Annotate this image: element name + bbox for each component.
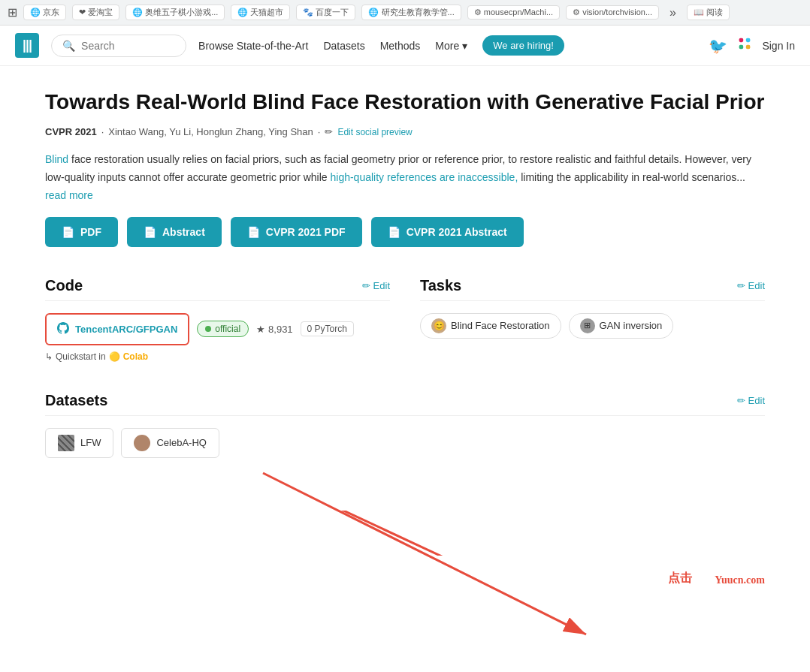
logo[interactable]: ||| (15, 33, 39, 58)
official-dot (205, 326, 211, 332)
abstract-button[interactable]: 📄 Abstract (127, 217, 222, 247)
hiring-button[interactable]: We are hiring! (482, 35, 564, 56)
task-blind-face-restoration-label: Blind Face Restoration (451, 320, 550, 331)
quickstart-arrow: ↳ (45, 351, 53, 362)
edit-pencil-icon: ✏ (362, 280, 370, 291)
abstract-icon: 📄 (144, 226, 156, 238)
github-icon (57, 322, 69, 336)
top-nav: ||| 🔍 Browse State-of-the-Art Datasets M… (0, 26, 810, 66)
datasets-section: Datasets ✏ Edit LFW CelebA-HQ (45, 392, 765, 458)
repo-link[interactable]: TencentARC/GFPGAN (45, 313, 189, 345)
tab-reader[interactable]: 📖 阅读 (687, 5, 730, 20)
svg-rect-2 (739, 45, 744, 50)
read-more-link[interactable]: read more (45, 189, 93, 201)
repo-row: TencentARC/GFPGAN official ★ 8,931 0 PyT… (45, 313, 390, 345)
celebahq-label: CelebA-HQ (156, 437, 206, 448)
logo-icon: ||| (23, 38, 32, 53)
tab-github2[interactable]: ⚙ vision/torchvision... (566, 5, 659, 20)
gan-inversion-icon: ⊞ (580, 318, 595, 333)
nav-browse[interactable]: Browse State-of-the-Art (198, 40, 308, 52)
abstract-highlight-while: high-quality references are inaccessible… (330, 171, 518, 183)
star-icon: ★ (256, 324, 265, 335)
tab-aitaobao[interactable]: ❤ 爱淘宝 (72, 5, 119, 20)
annotation-arrow (0, 511, 810, 556)
lfw-icon (58, 435, 74, 451)
task-badges: 😊 Blind Face Restoration ⊞ GAN inversion (420, 313, 765, 339)
cvpr2021-abstract-button[interactable]: 📄 CVPR 2021 Abstract (371, 217, 524, 247)
nav-links: Browse State-of-the-Art Datasets Methods… (198, 35, 697, 56)
svg-rect-3 (746, 45, 751, 50)
datasets-section-header: Datasets ✏ Edit (45, 392, 765, 416)
pytorch-badge: 0 PyTorch (301, 321, 354, 336)
edit-social-preview-link[interactable]: Edit social preview (337, 127, 412, 137)
paper-title: Towards Real-World Blind Face Restoratio… (45, 89, 765, 116)
abstract-text: Blind face restoration usually relies on… (45, 151, 765, 204)
tasks-edit-button[interactable]: ✏ Edit (737, 280, 765, 291)
search-box[interactable]: 🔍 (51, 35, 186, 57)
tasks-edit-pencil-icon: ✏ (737, 280, 745, 291)
search-input[interactable] (81, 40, 171, 52)
tab-baidu[interactable]: 🐾 百度一下 (296, 5, 355, 20)
pdf-button[interactable]: 📄 PDF (45, 217, 118, 247)
paper-venue: CVPR 2021 (45, 126, 97, 137)
more-tabs-button[interactable]: » (665, 6, 681, 20)
official-badge: official (197, 321, 249, 337)
browser-tab-bar: ⊞ 🌐 京东 ❤ 爱淘宝 🌐 奥维五子棋小游戏... 🌐 天猫超市 🐾 百度一下… (0, 0, 810, 26)
quickstart-row: ↳ Quickstart in 🟡 Colab (45, 351, 390, 362)
social-icons: 🐦 Sign In (709, 35, 795, 56)
code-section-title: Code (45, 277, 83, 294)
cvpr2021-pdf-button[interactable]: 📄 CVPR 2021 PDF (231, 217, 362, 247)
abstract-highlight-blind: Blind (45, 153, 68, 165)
repo-name: TencentARC/GFPGAN (75, 324, 177, 335)
datasets-edit-button[interactable]: ✏ Edit (737, 395, 765, 406)
apps-icon[interactable]: ⊞ (8, 5, 17, 20)
colab-icon: 🟡 (109, 351, 120, 362)
nav-methods[interactable]: Methods (380, 40, 421, 52)
paper-authors: Xintao Wang, Yu Li, Honglun Zhang, Ying … (108, 126, 313, 137)
pdf-icon: 📄 (62, 226, 74, 238)
dataset-celeba-hq[interactable]: CelebA-HQ (121, 428, 219, 458)
slack-icon[interactable] (736, 35, 753, 56)
tab-jingdong[interactable]: 🌐 京东 (23, 5, 66, 20)
code-section: Code ✏ Edit TencentARC/GFPGAN (45, 277, 390, 362)
svg-rect-0 (739, 38, 744, 43)
svg-line-5 (263, 511, 488, 556)
task-gan-inversion-label: GAN inversion (600, 320, 663, 331)
lfw-label: LFW (80, 437, 101, 448)
paper-meta: CVPR 2021 · Xintao Wang, Yu Li, Honglun … (45, 126, 765, 137)
yuucn-watermark: Yuucn.com (715, 574, 765, 586)
tab-github1[interactable]: ⚙ mousecpn/Machi... (467, 5, 560, 20)
search-icon: 🔍 (62, 40, 75, 52)
colab-link[interactable]: Colab (123, 351, 148, 362)
celebahq-icon (134, 435, 150, 451)
svg-rect-1 (746, 38, 751, 43)
cvpr-abstract-icon: 📄 (388, 226, 400, 238)
dataset-lfw[interactable]: LFW (45, 428, 113, 458)
twitter-icon[interactable]: 🐦 (709, 37, 727, 55)
bottom-annotations: 点击 Yuucn.com (0, 556, 810, 601)
task-gan-inversion[interactable]: ⊞ GAN inversion (569, 313, 674, 339)
tasks-section-title: Tasks (420, 277, 461, 294)
code-section-header: Code ✏ Edit (45, 277, 390, 301)
datasets-edit-pencil-icon: ✏ (737, 395, 745, 406)
nav-more[interactable]: More ▾ (435, 40, 467, 52)
sections-row: Code ✏ Edit TencentARC/GFPGAN (45, 277, 765, 362)
tab-research[interactable]: 🌐 研究生教育教学管... (361, 5, 461, 20)
nav-datasets[interactable]: Datasets (323, 40, 364, 52)
cvpr-pdf-icon: 📄 (247, 226, 260, 238)
sign-in-button[interactable]: Sign In (762, 40, 795, 52)
main-content: Towards Real-World Blind Face Restoratio… (0, 66, 810, 511)
task-blind-face-restoration[interactable]: 😊 Blind Face Restoration (420, 313, 561, 339)
code-edit-button[interactable]: ✏ Edit (362, 280, 390, 291)
dataset-badges: LFW CelebA-HQ (45, 428, 765, 458)
edit-icon: ✏ (325, 126, 333, 137)
tasks-section-header: Tasks ✏ Edit (420, 277, 765, 301)
chinese-click-text: 点击 (668, 571, 692, 586)
action-buttons: 📄 PDF 📄 Abstract 📄 CVPR 2021 PDF 📄 CVPR … (45, 217, 765, 247)
tab-tmall[interactable]: 🌐 天猫超市 (231, 5, 290, 20)
chevron-down-icon: ▾ (462, 40, 467, 52)
blind-face-restoration-icon: 😊 (431, 318, 446, 333)
tasks-section: Tasks ✏ Edit 😊 Blind Face Restoration ⊞ (420, 277, 765, 362)
stars-count: ★ 8,931 (256, 324, 293, 335)
tab-game[interactable]: 🌐 奥维五子棋小游戏... (125, 5, 225, 20)
